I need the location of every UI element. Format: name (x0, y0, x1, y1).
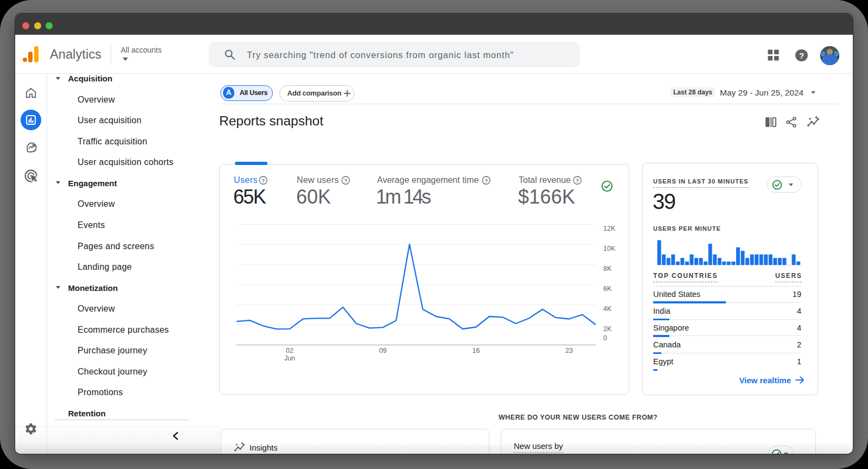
svg-text:?: ? (484, 178, 488, 183)
svg-text:16: 16 (472, 347, 480, 354)
svg-text:6K: 6K (603, 285, 612, 293)
svg-text:?: ? (261, 178, 265, 183)
svg-text:?: ? (344, 178, 347, 183)
svg-text:Jun: Jun (284, 354, 295, 362)
svg-text:2K: 2K (603, 325, 612, 333)
svg-text:09: 09 (379, 347, 387, 354)
svg-text:02: 02 (286, 347, 293, 354)
svg-text:8K: 8K (603, 265, 612, 272)
svg-text:4K: 4K (603, 305, 612, 313)
svg-text:?: ? (576, 178, 579, 183)
svg-text:10K: 10K (603, 245, 616, 252)
svg-text:0: 0 (603, 334, 607, 342)
svg-text:23: 23 (565, 347, 573, 354)
svg-text:12K: 12K (603, 225, 616, 232)
